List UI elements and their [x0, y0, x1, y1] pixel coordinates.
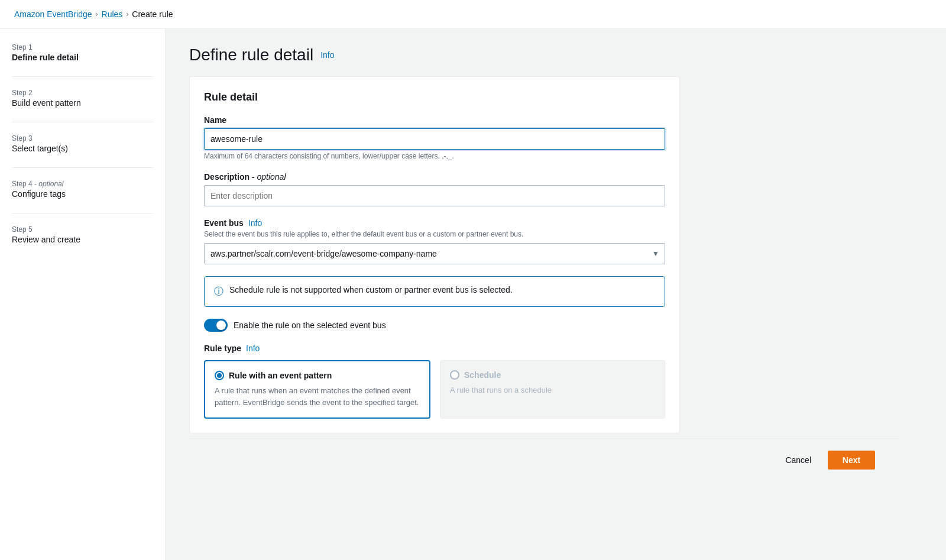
breadcrumb: Amazon EventBridge › Rules › Create rule [0, 0, 946, 29]
sidebar-step-4-title: Configure tags [12, 189, 153, 199]
rule-type-event-pattern[interactable]: Rule with an event pattern A rule that r… [204, 360, 430, 419]
toggle-thumb [216, 321, 226, 330]
sidebar-step-5-label: Step 5 [12, 225, 153, 234]
event-pattern-label: Rule with an event pattern [229, 371, 332, 380]
sidebar-step-1-title: Define rule detail [12, 53, 153, 62]
schedule-info-box: ⓘ Schedule rule is not supported when cu… [204, 276, 665, 307]
description-label: Description - optional [204, 172, 665, 182]
page-title: Define rule detail [189, 46, 313, 64]
info-circle-icon: ⓘ [214, 286, 223, 298]
event-bus-info-link[interactable]: Info [248, 218, 262, 228]
sidebar-step-1[interactable]: Step 1 Define rule detail [12, 43, 153, 62]
schedule-desc: A rule that runs on a schedule [450, 384, 655, 396]
breadcrumb-current: Create rule [132, 9, 173, 19]
description-input[interactable] [204, 185, 665, 206]
sidebar: Step 1 Define rule detail Step 2 Build e… [0, 29, 166, 560]
schedule-header: Schedule [450, 370, 655, 380]
event-bus-field-group: Event bus Info Select the event bus this… [204, 218, 665, 264]
sidebar-step-3-title: Select target(s) [12, 144, 153, 153]
breadcrumb-rules[interactable]: Rules [102, 9, 123, 19]
main-content: Define rule detail Info Rule detail Name… [166, 29, 946, 560]
cancel-button[interactable]: Cancel [776, 451, 821, 470]
enable-toggle-row[interactable]: Enable the rule on the selected event bu… [204, 319, 665, 332]
rule-type-title: Rule type [204, 344, 241, 353]
event-pattern-radio[interactable] [215, 371, 224, 380]
schedule-label: Schedule [464, 370, 501, 380]
event-bus-label: Event bus [204, 218, 244, 228]
breadcrumb-sep-2: › [126, 10, 128, 18]
event-bus-select[interactable]: aws.partner/scalr.com/event-bridge/aweso… [204, 243, 665, 264]
rule-type-info-link[interactable]: Info [246, 344, 260, 353]
sidebar-step-4-label: Step 4 - optional [12, 180, 153, 188]
event-bus-hint: Select the event bus this rule applies t… [204, 230, 665, 238]
name-hint: Maximum of 64 characters consisting of n… [204, 152, 665, 160]
sidebar-step-2[interactable]: Step 2 Build event pattern [12, 89, 153, 108]
sidebar-divider-2 [12, 122, 153, 122]
name-field-group: Name Maximum of 64 characters consisting… [204, 115, 665, 160]
sidebar-step-1-label: Step 1 [12, 43, 153, 51]
rule-type-options: Rule with an event pattern A rule that r… [204, 360, 665, 419]
event-pattern-header: Rule with an event pattern [215, 371, 420, 380]
sidebar-step-4[interactable]: Step 4 - optional Configure tags [12, 180, 153, 199]
event-bus-select-wrapper: aws.partner/scalr.com/event-bridge/aweso… [204, 243, 665, 264]
enable-toggle[interactable] [204, 319, 228, 332]
sidebar-step-5[interactable]: Step 5 Review and create [12, 225, 153, 244]
breadcrumb-sep-1: › [96, 10, 98, 18]
sidebar-step-5-title: Review and create [12, 235, 153, 244]
toggle-label: Enable the rule on the selected event bu… [234, 321, 386, 330]
sidebar-divider-4 [12, 213, 153, 213]
sidebar-step-3[interactable]: Step 3 Select target(s) [12, 134, 153, 153]
card-title: Rule detail [204, 91, 665, 103]
schedule-radio [450, 370, 459, 380]
sidebar-step-2-title: Build event pattern [12, 98, 153, 108]
page-title-row: Define rule detail Info [189, 46, 922, 64]
page-info-link[interactable]: Info [320, 50, 334, 60]
name-input[interactable] [204, 128, 665, 150]
name-label: Name [204, 115, 665, 125]
event-pattern-desc: A rule that runs when an event matches t… [215, 385, 420, 408]
info-box-text: Schedule rule is not supported when cust… [229, 285, 513, 294]
rule-type-section: Rule type Info Rule with an event patter… [204, 344, 665, 419]
sidebar-step-3-label: Step 3 [12, 134, 153, 143]
rule-type-header: Rule type Info [204, 344, 665, 353]
sidebar-step-2-label: Step 2 [12, 89, 153, 97]
rule-detail-card: Rule detail Name Maximum of 64 character… [189, 76, 680, 433]
event-bus-header: Event bus Info [204, 218, 665, 228]
breadcrumb-home[interactable]: Amazon EventBridge [14, 9, 92, 19]
bottom-action-bar: Cancel Next [189, 438, 899, 481]
next-button[interactable]: Next [828, 451, 875, 470]
sidebar-divider-1 [12, 76, 153, 77]
description-field-group: Description - optional [204, 172, 665, 206]
rule-type-schedule: Schedule A rule that runs on a schedule [440, 360, 665, 419]
sidebar-divider-3 [12, 167, 153, 168]
